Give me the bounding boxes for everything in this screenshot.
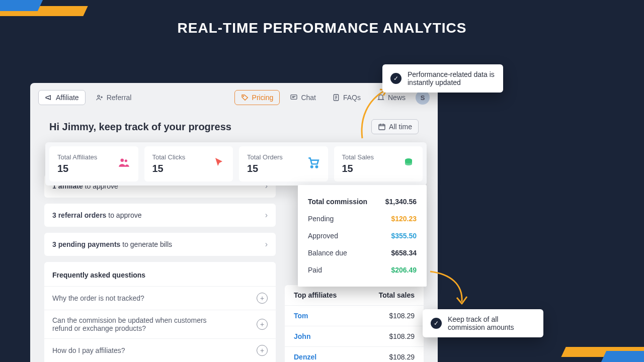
nav-news-label: News	[388, 94, 406, 102]
nav-faqs-label: FAQs	[343, 94, 361, 102]
svg-point-0	[98, 95, 100, 97]
commission-approved-label: Approved	[308, 232, 338, 240]
corner-accent-top-left	[0, 0, 101, 25]
cursor-icon	[213, 156, 225, 171]
commission-balance-label: Balance due	[308, 249, 347, 257]
nav-affiliate-label: Affiliate	[56, 94, 79, 102]
calendar-icon	[378, 123, 386, 131]
svg-rect-2	[291, 95, 297, 100]
commission-paid-value: $206.49	[391, 266, 417, 274]
faq-item[interactable]: Can the commission be updated when custo…	[44, 310, 276, 338]
expand-icon: +	[257, 319, 268, 330]
svg-point-7	[311, 166, 312, 167]
action-approve-referral-orders[interactable]: 3 referral orders to approve ›	[44, 204, 276, 227]
faq-title: Frequently asked questions	[44, 264, 276, 286]
commission-card: Total commission $1,340.56 Pending $120.…	[298, 185, 427, 287]
svg-point-1	[243, 96, 244, 97]
coins-icon	[403, 156, 415, 171]
nav-chat-label: Chat	[301, 94, 316, 102]
nav-faqs[interactable]: FAQs	[326, 90, 367, 105]
nav-affiliate[interactable]: Affiliate	[38, 90, 86, 105]
col-total-sales: Total sales	[379, 291, 415, 299]
top-affiliates-table: Top affiliates Total sales Tom $108.29 J…	[285, 285, 424, 362]
faq-item[interactable]: How do I pay affiliates? +	[44, 338, 276, 362]
commission-pending-label: Pending	[308, 215, 334, 223]
svg-point-5	[120, 158, 124, 162]
nav-news[interactable]: News	[371, 90, 412, 105]
time-filter-label: All time	[389, 123, 412, 131]
commission-balance-value: $658.34	[391, 249, 417, 257]
corner-accent-bottom-right	[543, 337, 644, 362]
nav-pricing[interactable]: Pricing	[234, 90, 280, 105]
cart-icon	[307, 156, 320, 172]
nav-chat[interactable]: Chat	[284, 90, 322, 105]
col-top-affiliates: Top affiliates	[294, 291, 337, 299]
stat-total-orders[interactable]: Total Orders 15	[239, 146, 328, 182]
callout-realtime: ✓ Performance-related data is instantly …	[382, 64, 503, 93]
stat-total-clicks[interactable]: Total Clicks 15	[144, 146, 233, 182]
expand-icon: +	[257, 293, 268, 304]
users-icon	[117, 156, 130, 172]
commission-paid-label: Paid	[308, 266, 322, 274]
commission-total-value: $1,340.56	[385, 198, 417, 206]
table-row[interactable]: Denzel $108.29	[285, 346, 424, 362]
megaphone-icon	[45, 94, 53, 102]
check-icon: ✓	[431, 318, 442, 329]
svg-point-8	[315, 166, 317, 167]
faq-item[interactable]: Why the order is not tracked? +	[44, 286, 276, 310]
svg-rect-4	[379, 124, 385, 130]
callout-commission: ✓ Keep track of all commission amounts	[423, 309, 543, 337]
expand-icon: +	[257, 345, 268, 356]
greeting: Hi Jimmy, keep track of your progress	[49, 121, 231, 133]
topbar: Affiliate Referral Pricing Chat FAQs	[30, 83, 438, 112]
check-icon: ✓	[390, 73, 401, 84]
nav-referral-label: Referral	[107, 94, 132, 102]
avatar[interactable]: S	[416, 90, 430, 105]
action-pending-payments[interactable]: 3 pending payments to generate bills ›	[44, 233, 276, 256]
chevron-right-icon: ›	[265, 240, 268, 249]
tag-icon	[241, 94, 249, 102]
stats-row: Total Affiliates 15 Total Clicks 15 Tota…	[45, 142, 427, 186]
commission-pending-value: $120.23	[391, 215, 417, 223]
nav-referral[interactable]: Referral	[90, 90, 138, 105]
table-row[interactable]: John $108.29	[285, 326, 424, 346]
stat-total-affiliates[interactable]: Total Affiliates 15	[49, 146, 138, 182]
chevron-right-icon: ›	[265, 211, 268, 220]
table-row[interactable]: Tom $108.29	[285, 305, 424, 326]
stat-total-sales[interactable]: Total Sales 15	[334, 146, 423, 182]
faq-block: Frequently asked questions Why the order…	[44, 262, 276, 362]
time-filter[interactable]: All time	[371, 119, 419, 134]
svg-point-6	[124, 159, 127, 162]
user-plus-icon	[96, 94, 104, 102]
commission-total-label: Total commission	[308, 198, 367, 206]
commission-approved-value: $355.50	[391, 232, 417, 240]
chat-icon	[290, 94, 298, 102]
document-icon	[332, 94, 340, 102]
nav-pricing-label: Pricing	[252, 94, 274, 102]
bell-icon	[377, 94, 385, 102]
